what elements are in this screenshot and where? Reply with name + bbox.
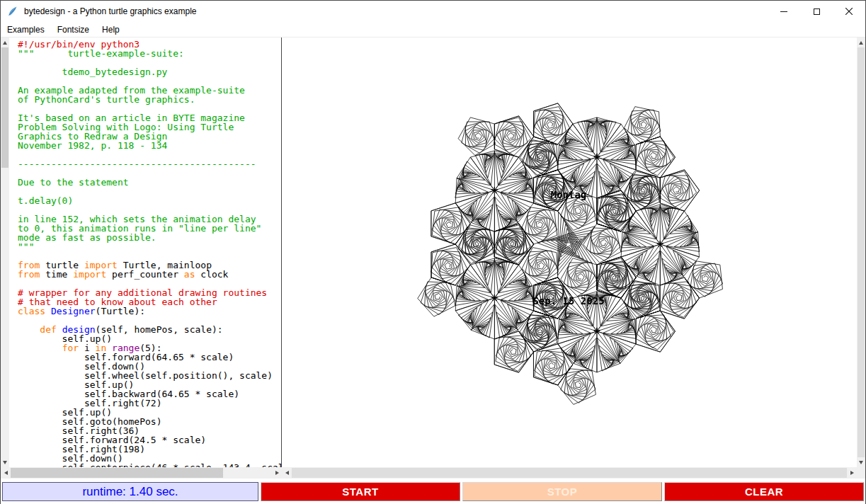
- scroll-down-icon: [859, 461, 863, 464]
- titlebar: bytedesign - a Python turtle graphics ex…: [1, 1, 865, 22]
- scroll-down-button[interactable]: [1, 457, 9, 467]
- menu-examples[interactable]: Examples: [1, 25, 51, 35]
- scroll-up-button[interactable]: [1, 38, 9, 47]
- canvas-horizontal-scrollbar[interactable]: [282, 467, 857, 479]
- window-controls: [768, 1, 865, 22]
- scroll-left-icon: [4, 471, 8, 475]
- canvas-vscroll-thumb[interactable]: [858, 47, 865, 457]
- code-line: of PythonCard's turtle graphics.: [18, 95, 281, 104]
- scroll-up-icon: [859, 41, 863, 45]
- horizontal-scrollbar-row: [1, 467, 865, 479]
- canvas-scroll-right-button[interactable]: [847, 467, 857, 479]
- canvas-scroll-down-button[interactable]: [857, 457, 865, 467]
- app-icon: [7, 6, 18, 17]
- app-window: bytedesign - a Python turtle graphics ex…: [0, 0, 866, 504]
- clear-button[interactable]: CLEAR: [664, 482, 864, 501]
- code-line: Due to the statement: [18, 178, 281, 187]
- canvas-scroll-up-button[interactable]: [857, 38, 865, 47]
- close-icon: [845, 8, 853, 15]
- menu-fontsize[interactable]: Fontsize: [51, 25, 96, 35]
- code-vscroll-thumb[interactable]: [1, 47, 8, 168]
- code-line: mode as fast as possible.: [18, 233, 281, 242]
- scroll-down-icon: [3, 461, 7, 464]
- code-editor[interactable]: #!/usr/bin/env python3""" turtle-example…: [9, 38, 281, 467]
- maximize-icon: [814, 8, 820, 15]
- canvas-scroll-left-button[interactable]: [282, 467, 292, 479]
- code-line: t.delay(0): [18, 196, 281, 205]
- menu-help[interactable]: Help: [96, 25, 126, 35]
- menubar: Examples Fontsize Help: [1, 22, 865, 38]
- canvas-panel: [282, 38, 865, 467]
- control-bar: runtime: 1.40 sec. START STOP CLEAR: [1, 479, 865, 504]
- main-area: #!/usr/bin/env python3""" turtle-example…: [1, 38, 865, 467]
- code-line: ----------------------------------------…: [18, 159, 281, 168]
- scroll-up-icon: [3, 41, 7, 45]
- code-horizontal-scrollbar[interactable]: [1, 467, 282, 479]
- code-line: tdemo_bytedesign.py: [18, 67, 281, 76]
- code-panel: #!/usr/bin/env python3""" turtle-example…: [1, 38, 282, 467]
- scroll-right-icon: [275, 471, 279, 475]
- scrollbar-corner: [857, 467, 865, 479]
- code-line: from time import perf_counter as clock: [18, 270, 281, 279]
- code-vertical-scrollbar[interactable]: [1, 38, 9, 467]
- close-button[interactable]: [833, 1, 865, 22]
- code-line: """: [18, 242, 281, 251]
- code-line: November 1982, p. 118 - 134: [18, 141, 281, 150]
- window-title: bytedesign - a Python turtle graphics ex…: [24, 6, 196, 16]
- canvas-hscroll-thumb[interactable]: [292, 468, 847, 478]
- code-hscroll-thumb[interactable]: [11, 468, 223, 478]
- stop-button[interactable]: STOP: [462, 482, 662, 501]
- canvas-vertical-scrollbar[interactable]: [857, 38, 865, 467]
- scroll-left-icon: [285, 471, 289, 475]
- turtle-canvas: [282, 38, 857, 467]
- code-line: """ turtle-example-suite:: [18, 49, 281, 58]
- minimize-icon: [780, 11, 787, 12]
- code-line: class Designer(Turtle):: [18, 307, 281, 316]
- start-button[interactable]: START: [261, 482, 460, 501]
- code-scroll-left-button[interactable]: [1, 467, 11, 479]
- runtime-label: runtime: 1.40 sec.: [2, 482, 258, 501]
- code-scroll-right-button[interactable]: [272, 467, 282, 479]
- scroll-right-icon: [850, 471, 854, 475]
- maximize-button[interactable]: [800, 1, 833, 22]
- minimize-button[interactable]: [768, 1, 800, 22]
